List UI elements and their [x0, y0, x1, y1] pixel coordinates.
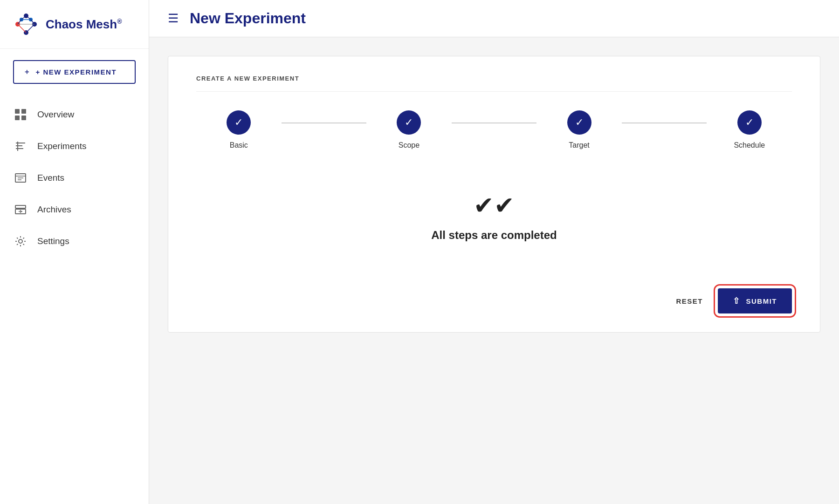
step-circle-target: ✓	[567, 110, 591, 135]
check-icon-schedule: ✓	[745, 116, 754, 129]
step-scope: ✓ Scope	[366, 110, 452, 150]
check-icon-scope: ✓	[405, 116, 413, 129]
svg-rect-16	[15, 116, 20, 120]
card-subtitle: CREATE A NEW EXPERIMENT	[196, 75, 792, 92]
step-label-schedule: Schedule	[734, 141, 765, 150]
step-label-scope: Scope	[399, 141, 420, 150]
app-name: Chaos Mesh	[46, 17, 117, 31]
sidebar-nav: Overview Experiments	[0, 95, 149, 261]
logo-text: Chaos Mesh®	[46, 17, 122, 32]
upload-icon: ⇧	[733, 296, 741, 306]
svg-rect-15	[21, 109, 26, 114]
sidebar-item-label-archives: Archives	[37, 204, 71, 215]
plus-icon: ＋	[23, 68, 31, 76]
logo-area: Chaos Mesh®	[0, 0, 149, 49]
step-schedule: ✓ Schedule	[707, 110, 792, 150]
events-icon	[13, 170, 28, 185]
svg-rect-26	[15, 205, 26, 208]
new-experiment-button[interactable]: ＋ + NEW EXPERIMENT	[13, 60, 136, 84]
step-circle-scope: ✓	[397, 110, 421, 135]
completion-area: ✔✔ All steps are completed	[196, 177, 792, 270]
svg-rect-17	[21, 116, 26, 120]
svg-rect-14	[15, 109, 20, 114]
experiment-card: CREATE A NEW EXPERIMENT ✓ Basic ✓ Scope	[168, 56, 820, 333]
svg-line-10	[18, 24, 26, 33]
sidebar-item-label-experiments: Experiments	[37, 141, 87, 151]
content-area: CREATE A NEW EXPERIMENT ✓ Basic ✓ Scope	[149, 37, 839, 504]
step-line-3	[622, 123, 707, 123]
step-label-target: Target	[569, 141, 589, 150]
submit-button[interactable]: ⇧ SUBMIT	[718, 288, 792, 313]
check-icon-basic: ✓	[234, 116, 243, 129]
archives-icon	[13, 202, 28, 217]
sidebar-item-experiments[interactable]: Experiments	[0, 130, 149, 162]
submit-label: SUBMIT	[746, 297, 777, 305]
action-row: RESET ⇧ SUBMIT	[196, 279, 792, 313]
sidebar-item-overview[interactable]: Overview	[0, 99, 149, 130]
topbar: ☰ New Experiment	[149, 0, 839, 37]
new-experiment-label: + NEW EXPERIMENT	[36, 68, 117, 76]
svg-point-29	[19, 239, 22, 243]
settings-icon	[13, 234, 28, 249]
completed-text: All steps are completed	[431, 229, 557, 242]
sidebar-item-settings[interactable]: Settings	[0, 225, 149, 257]
reset-button[interactable]: RESET	[676, 297, 703, 305]
check-icon-target: ✓	[575, 116, 584, 129]
stepper: ✓ Basic ✓ Scope ✓ T	[196, 110, 792, 150]
step-target: ✓ Target	[536, 110, 622, 150]
sidebar-item-label-events: Events	[37, 173, 64, 183]
page-title: New Experiment	[190, 10, 306, 27]
hamburger-icon[interactable]: ☰	[168, 11, 179, 26]
step-circle-basic: ✓	[227, 110, 251, 135]
main-content: ☰ New Experiment CREATE A NEW EXPERIMENT…	[149, 0, 839, 504]
step-basic: ✓ Basic	[196, 110, 282, 150]
step-line-2	[452, 123, 537, 123]
sidebar-item-label-settings: Settings	[37, 236, 69, 246]
step-label-basic: Basic	[230, 141, 248, 150]
overview-icon	[13, 107, 28, 122]
registered-mark: ®	[117, 18, 122, 25]
sidebar-item-archives[interactable]: Archives	[0, 194, 149, 225]
sidebar-item-events[interactable]: Events	[0, 162, 149, 194]
sidebar: Chaos Mesh® ＋ + NEW EXPERIMENT Overview	[0, 0, 149, 504]
sidebar-item-label-overview: Overview	[37, 109, 74, 120]
logo-icon	[13, 11, 39, 37]
double-check-icon: ✔✔	[474, 191, 515, 219]
experiments-icon	[13, 139, 28, 154]
svg-line-11	[26, 24, 34, 33]
step-circle-schedule: ✓	[737, 110, 762, 135]
step-line-1	[282, 123, 367, 123]
